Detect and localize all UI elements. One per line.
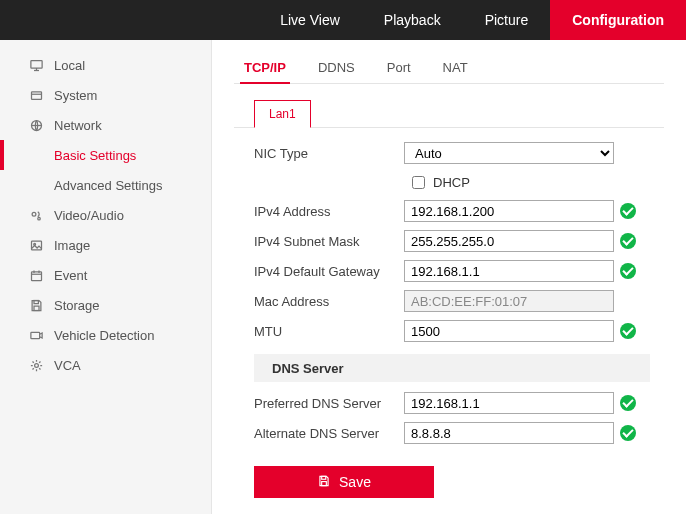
check-icon bbox=[620, 263, 636, 279]
ipv4-subnet-input[interactable] bbox=[404, 230, 614, 252]
check-icon bbox=[620, 233, 636, 249]
check-icon bbox=[620, 203, 636, 219]
preferred-dns-input[interactable] bbox=[404, 392, 614, 414]
svg-rect-16 bbox=[34, 306, 39, 310]
camera-icon bbox=[24, 328, 48, 343]
sub-tabs: TCP/IP DDNS Port NAT bbox=[234, 54, 664, 84]
lan-tabs: Lan1 bbox=[234, 84, 664, 128]
dhcp-label: DHCP bbox=[433, 175, 470, 190]
sidebar: Local System Network Basic Settings Adva… bbox=[0, 40, 212, 514]
sidebar-item-vca[interactable]: VCA bbox=[0, 350, 211, 380]
topnav-picture[interactable]: Picture bbox=[463, 0, 551, 40]
sidebar-item-label: Storage bbox=[48, 298, 100, 313]
mtu-input[interactable] bbox=[404, 320, 614, 342]
dhcp-checkbox[interactable] bbox=[412, 176, 425, 189]
sidebar-item-vehicle-detection[interactable]: Vehicle Detection bbox=[0, 320, 211, 350]
top-nav: Live View Playback Picture Configuration bbox=[0, 0, 686, 40]
save-button-label: Save bbox=[339, 474, 371, 490]
globe-icon bbox=[24, 118, 48, 133]
sidebar-sub-basic-settings[interactable]: Basic Settings bbox=[0, 140, 211, 170]
ipv4-address-label: IPv4 Address bbox=[254, 204, 404, 219]
svg-rect-9 bbox=[31, 241, 41, 250]
sidebar-item-system[interactable]: System bbox=[0, 80, 211, 110]
mtu-label: MTU bbox=[254, 324, 404, 339]
tab-port[interactable]: Port bbox=[383, 54, 415, 83]
ipv4-gateway-input[interactable] bbox=[404, 260, 614, 282]
calendar-icon bbox=[24, 268, 48, 283]
svg-rect-0 bbox=[30, 60, 41, 68]
preferred-dns-label: Preferred DNS Server bbox=[254, 396, 404, 411]
lan-tab-1[interactable]: Lan1 bbox=[254, 100, 311, 128]
save-icon bbox=[24, 298, 48, 313]
svg-point-8 bbox=[37, 217, 40, 220]
sidebar-item-image[interactable]: Image bbox=[0, 230, 211, 260]
sidebar-item-label: Local bbox=[48, 58, 85, 73]
sidebar-item-label: Image bbox=[48, 238, 90, 253]
svg-rect-11 bbox=[31, 271, 41, 280]
save-icon bbox=[317, 474, 331, 491]
svg-point-18 bbox=[34, 363, 38, 367]
image-icon bbox=[24, 238, 48, 253]
nic-type-select[interactable]: Auto bbox=[404, 142, 614, 164]
sidebar-item-local[interactable]: Local bbox=[0, 50, 211, 80]
network-form: NIC Type Auto DHCP IPv4 Address IPv4 Sub… bbox=[234, 128, 664, 448]
tab-tcpip[interactable]: TCP/IP bbox=[240, 54, 290, 83]
dns-section-header: DNS Server bbox=[254, 354, 650, 382]
svg-rect-3 bbox=[31, 91, 41, 99]
topnav-playback[interactable]: Playback bbox=[362, 0, 463, 40]
ipv4-gateway-label: IPv4 Default Gateway bbox=[254, 264, 404, 279]
svg-rect-15 bbox=[34, 300, 38, 303]
check-icon bbox=[620, 425, 636, 441]
tab-ddns[interactable]: DDNS bbox=[314, 54, 359, 83]
tab-nat[interactable]: NAT bbox=[439, 54, 472, 83]
video-audio-icon bbox=[24, 208, 48, 223]
mac-address-input bbox=[404, 290, 614, 312]
main-panel: TCP/IP DDNS Port NAT Lan1 NIC Type Auto … bbox=[212, 40, 686, 514]
sidebar-sub-advanced-settings[interactable]: Advanced Settings bbox=[0, 170, 211, 200]
monitor-icon bbox=[24, 58, 48, 73]
nic-type-label: NIC Type bbox=[254, 146, 404, 161]
check-icon bbox=[620, 395, 636, 411]
sidebar-item-label: Event bbox=[48, 268, 87, 283]
save-button[interactable]: Save bbox=[254, 466, 434, 498]
sidebar-item-network[interactable]: Network bbox=[0, 110, 211, 140]
svg-rect-17 bbox=[30, 332, 39, 338]
check-icon bbox=[620, 323, 636, 339]
ipv4-subnet-label: IPv4 Subnet Mask bbox=[254, 234, 404, 249]
gear-icon bbox=[24, 358, 48, 373]
sidebar-item-storage[interactable]: Storage bbox=[0, 290, 211, 320]
svg-rect-19 bbox=[322, 476, 326, 479]
sidebar-item-label: VCA bbox=[48, 358, 81, 373]
svg-point-7 bbox=[32, 212, 36, 216]
sidebar-item-label: Video/Audio bbox=[48, 208, 124, 223]
svg-rect-20 bbox=[322, 481, 327, 485]
sidebar-item-label: Network bbox=[48, 118, 102, 133]
alternate-dns-label: Alternate DNS Server bbox=[254, 426, 404, 441]
alternate-dns-input[interactable] bbox=[404, 422, 614, 444]
ipv4-address-input[interactable] bbox=[404, 200, 614, 222]
topnav-live-view[interactable]: Live View bbox=[258, 0, 362, 40]
sidebar-item-event[interactable]: Event bbox=[0, 260, 211, 290]
sidebar-item-video-audio[interactable]: Video/Audio bbox=[0, 200, 211, 230]
sidebar-item-label: Vehicle Detection bbox=[48, 328, 154, 343]
sidebar-item-label: System bbox=[48, 88, 97, 103]
mac-address-label: Mac Address bbox=[254, 294, 404, 309]
system-icon bbox=[24, 88, 48, 103]
topnav-configuration[interactable]: Configuration bbox=[550, 0, 686, 40]
